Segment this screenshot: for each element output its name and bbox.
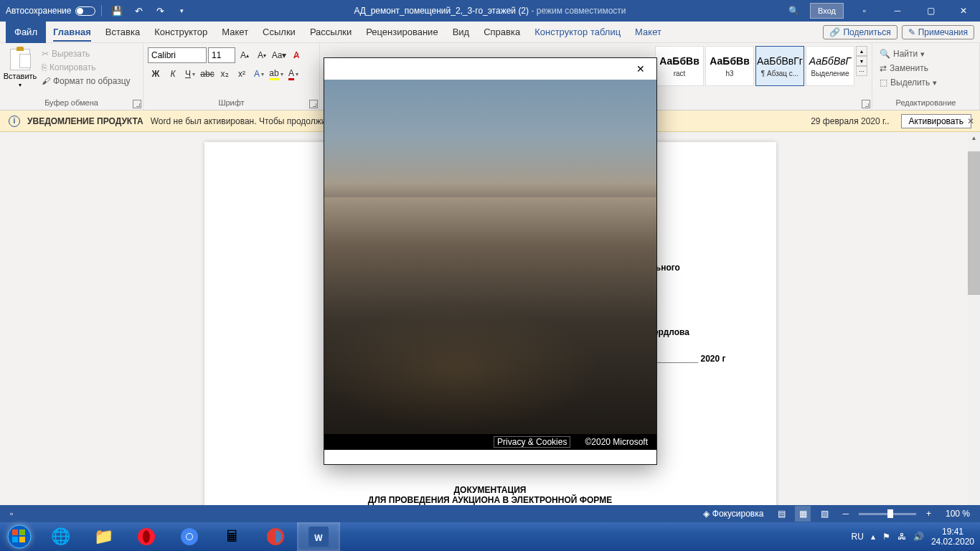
shrink-font-button[interactable]: A▾ (254, 47, 270, 63)
tab-table-layout[interactable]: Макет (628, 22, 669, 43)
tray-language[interactable]: RU (852, 532, 864, 542)
zoom-out-button[interactable]: ─ (838, 505, 853, 522)
dialog-close-button[interactable]: ✕ (632, 60, 649, 77)
superscript-button[interactable]: x² (234, 66, 250, 82)
share-button[interactable]: 🔗 Поделиться (823, 25, 897, 39)
highlight-button[interactable]: ab (268, 66, 284, 82)
brush-icon: 🖌 (42, 76, 50, 86)
change-case-button[interactable]: Aa▾ (271, 47, 287, 63)
privacy-link[interactable]: Privacy & Cookies (494, 436, 570, 448)
tray-network-icon[interactable]: 🖧 (897, 532, 906, 542)
notice-title: УВЕДОМЛЕНИЕ ПРОДУКТА (27, 116, 143, 126)
paste-icon (10, 49, 30, 70)
strike-button[interactable]: abc (199, 66, 215, 82)
print-layout-icon[interactable]: ▦ (795, 506, 811, 522)
taskbar-chrome[interactable] (168, 522, 211, 551)
tab-file[interactable]: Файл (6, 22, 46, 43)
font-color-button[interactable]: A (286, 66, 301, 82)
taskbar-word[interactable]: W (297, 522, 340, 551)
cut-button[interactable]: ✂Вырезать (39, 47, 133, 60)
tab-home[interactable]: Главная (46, 22, 98, 43)
clear-format-button[interactable]: A̷ (288, 47, 304, 63)
tab-mailings[interactable]: Рассылки (303, 22, 359, 43)
statusbar: ▫ ◈ Фокусировка ▤ ▦ ▧ ─ + 100 % (0, 505, 980, 522)
tab-references[interactable]: Ссылки (255, 22, 303, 43)
document-title: АД_ремонт_помещений_2,_3-го_этажей (2) -… (354, 6, 626, 16)
tab-help[interactable]: Справка (476, 22, 527, 43)
undo-icon[interactable]: ↶ (129, 1, 148, 20)
tab-layout[interactable]: Макет (215, 22, 255, 43)
document-heading: ДОКУМЕНТАЦИЯ ДЛЯ ПРОВЕДЕНИЯ АУКЦИОНА В Э… (204, 485, 776, 505)
system-tray: RU ▴ ⚑ 🖧 🔊 19:41 24.02.2020 (852, 527, 980, 547)
redo-icon[interactable]: ↷ (151, 1, 169, 20)
find-button[interactable]: 🔍Найти ▾ (877, 47, 975, 60)
tray-volume-icon[interactable]: 🔊 (913, 532, 924, 542)
cut-icon: ✂ (42, 49, 49, 59)
font-name-select[interactable] (148, 47, 207, 63)
style-item-selection[interactable]: АаБбВвГВыделение (806, 46, 854, 86)
svg-rect-2 (19, 529, 25, 535)
info-icon: i (9, 116, 20, 127)
tab-insert[interactable]: Вставка (98, 22, 147, 43)
underline-button[interactable]: Ч (182, 66, 198, 82)
styles-more[interactable]: ▴▾⋯ (856, 46, 867, 86)
notice-close-button[interactable]: ✕ (967, 116, 974, 126)
editing-group-label: Редактирование (877, 98, 975, 108)
sign-in-dialog: ✕ Privacy & Cookies ©2020 Microsoft (324, 57, 657, 465)
taskbar-ccleaner[interactable] (254, 522, 297, 551)
activate-button[interactable]: Активировать (901, 114, 971, 128)
copy-button[interactable]: ⎘Копировать (39, 61, 133, 74)
zoom-level[interactable]: 100 % (941, 505, 974, 522)
tab-design[interactable]: Конструктор (147, 22, 215, 43)
svg-rect-4 (19, 537, 25, 542)
web-layout-icon[interactable]: ▧ (816, 506, 832, 522)
style-item-paragraph[interactable]: АаБбВвГг¶ Абзац с... (755, 46, 804, 86)
read-mode-icon[interactable]: ▤ (773, 506, 789, 522)
replace-button[interactable]: ⇄Заменить (877, 62, 975, 75)
tab-table-design[interactable]: Конструктор таблиц (527, 22, 628, 43)
close-button[interactable]: ✕ (947, 0, 980, 22)
grow-font-button[interactable]: A▴ (237, 47, 253, 63)
taskbar-explorer[interactable]: 📁 (82, 522, 125, 551)
tab-review[interactable]: Рецензирование (359, 22, 445, 43)
font-launcher[interactable] (309, 100, 318, 108)
font-size-select[interactable] (208, 47, 235, 63)
tab-view[interactable]: Вид (446, 22, 477, 43)
select-button[interactable]: ⬚Выделить ▾ (877, 76, 975, 89)
group-editing: 🔍Найти ▾ ⇄Заменить ⬚Выделить ▾ Редактиро… (872, 43, 980, 110)
style-item-h3[interactable]: АаБбВвh3 (705, 46, 754, 86)
start-button[interactable] (0, 522, 39, 551)
bold-button[interactable]: Ж (148, 66, 164, 82)
search-icon[interactable]: 🔍 (777, 0, 810, 22)
login-button[interactable]: Вход (810, 3, 844, 19)
tray-show-hidden-icon[interactable]: ▴ (871, 532, 875, 542)
taskbar-calc[interactable]: 🖩 (211, 522, 254, 551)
notice-date: 29 февраля 2020 г.. (811, 116, 889, 126)
save-icon[interactable]: 💾 (108, 1, 126, 20)
clipboard-launcher[interactable] (133, 100, 141, 108)
zoom-in-button[interactable]: + (922, 505, 936, 522)
style-item-bold[interactable]: АаБбВвract (655, 46, 704, 86)
comments-button[interactable]: ✎ Примечания (902, 25, 974, 39)
taskbar-ie[interactable]: 🌐 (39, 522, 82, 551)
tray-clock[interactable]: 19:41 24.02.2020 (931, 527, 974, 547)
paste-button[interactable]: Вставить ▾ (4, 47, 36, 90)
styles-launcher[interactable] (862, 100, 870, 108)
minimize-button[interactable]: ─ (881, 0, 914, 22)
text-effects-button[interactable]: A (251, 66, 267, 82)
tray-flag-icon[interactable]: ⚑ (882, 532, 890, 542)
scroll-thumb[interactable] (968, 151, 980, 295)
taskbar-opera[interactable] (125, 522, 168, 551)
autosave-toggle[interactable]: Автосохранение (6, 6, 95, 16)
zoom-slider[interactable] (859, 513, 916, 515)
format-painter-button[interactable]: 🖌Формат по образцу (39, 75, 133, 88)
ribbon-display-icon[interactable]: ▫ (848, 0, 881, 22)
vertical-scrollbar[interactable]: ▲ (968, 132, 980, 512)
statusbar-left-icon[interactable]: ▫ (6, 505, 17, 522)
scroll-up-icon[interactable]: ▲ (968, 132, 980, 144)
qat-customize-icon[interactable]: ▾ (172, 1, 191, 20)
focus-mode-button[interactable]: ◈ Фокусировка (699, 505, 768, 522)
italic-button[interactable]: К (165, 66, 181, 82)
subscript-button[interactable]: x₂ (217, 66, 232, 82)
maximize-button[interactable]: ▢ (914, 0, 947, 22)
